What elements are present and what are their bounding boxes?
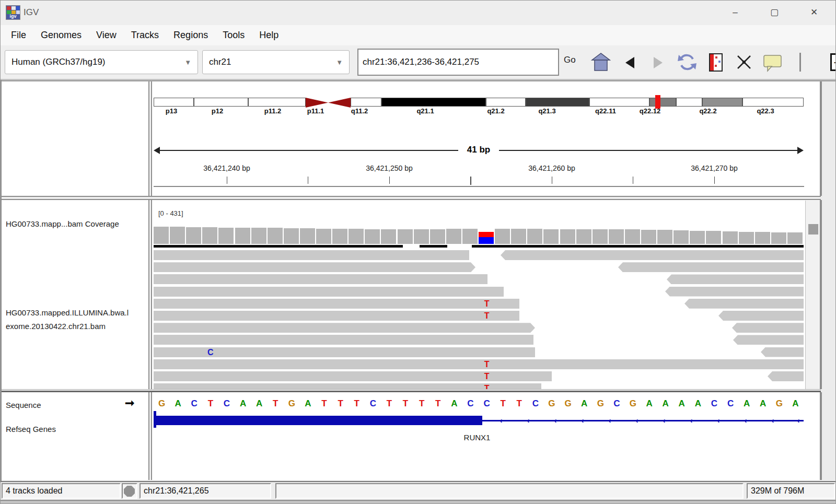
coverage-underline [420, 245, 447, 248]
sequence-base-A: A [256, 398, 262, 409]
sequence-base-T: T [208, 398, 213, 409]
back-icon[interactable] [625, 57, 634, 68]
coverage-bar [739, 232, 754, 244]
gene-exon-bar[interactable] [154, 416, 482, 425]
aligned-read[interactable] [154, 323, 535, 333]
panel-splitter[interactable] [2, 196, 821, 197]
activity-indicator-icon [124, 486, 135, 497]
aligned-read[interactable] [154, 262, 475, 272]
ruler-span-line [499, 150, 802, 151]
ruler-span-label: 41 bp [467, 145, 490, 155]
home-icon[interactable] [591, 53, 611, 74]
ideogram-band-label: q21.1 [416, 107, 434, 115]
menu-regions[interactable]: Regions [166, 25, 215, 45]
aligned-read[interactable] [154, 311, 519, 321]
coverage-track-name[interactable]: HG00733.mapp...bam Coverage [6, 219, 119, 228]
fit-window-icon[interactable] [736, 54, 752, 72]
ideogram-band-label: p11.1 [307, 107, 324, 115]
sequence-base-C: C [224, 398, 230, 409]
sequence-strand-arrow-icon[interactable]: ➞ [125, 401, 134, 406]
coverage-bar [495, 229, 510, 244]
go-button[interactable]: Go [564, 55, 576, 65]
coverage-bar [430, 229, 445, 244]
sequence-base-A: A [679, 398, 685, 409]
forward-icon[interactable] [654, 57, 663, 68]
sequence-base-C: C [727, 398, 734, 409]
locus-input[interactable]: chr21:36,421,236-36,421,275 [357, 49, 559, 76]
aligned-read[interactable] [154, 335, 533, 345]
snapshot-icon[interactable] [709, 53, 723, 72]
aligned-read[interactable] [732, 323, 804, 333]
gene-direction-arrow: ‹ [663, 416, 666, 425]
aligned-read[interactable] [684, 299, 804, 309]
ruler-span-line [155, 150, 458, 151]
aligned-read[interactable] [154, 359, 804, 369]
coverage-bar [593, 229, 608, 244]
sequence-base-A: A [695, 398, 701, 409]
close-button[interactable]: ✕ [802, 5, 826, 20]
chromosome-select[interactable]: chr21 ▼ [202, 50, 350, 74]
comment-icon[interactable] [763, 54, 782, 74]
name-column-divider[interactable] [148, 392, 152, 480]
alignment-track-name-line1[interactable]: HG00733.mapped.ILLUMINA.bwa.l [6, 308, 129, 317]
ruler-tick [389, 177, 390, 184]
aligned-read[interactable] [154, 287, 504, 297]
igv-icon-text: igv [6, 14, 20, 19]
tracks-loaded-status: 4 tracks loaded [2, 483, 121, 499]
aligned-read[interactable] [667, 274, 804, 284]
coverage-bar [527, 229, 542, 244]
name-column-divider[interactable] [148, 81, 152, 196]
menu-file[interactable]: File [4, 25, 33, 45]
ruler-arrowhead-right [797, 147, 804, 154]
coverage-bar [723, 231, 738, 244]
refresh-icon[interactable] [677, 52, 698, 75]
ideogram-band-q11.2 [351, 98, 381, 107]
coverage-bar [316, 229, 331, 244]
mismatch-base-T: T [484, 359, 490, 369]
minimize-button[interactable]: – [723, 5, 747, 20]
zoom-minus-icon[interactable]: – [830, 53, 836, 71]
aligned-read[interactable] [733, 335, 804, 345]
gene-direction-arrow: ‹ [772, 416, 774, 425]
aligned-read[interactable] [154, 299, 519, 309]
genome-select[interactable]: Human (GRCh37/hg19) ▼ [5, 50, 198, 74]
gene-direction-arrow: ‹ [690, 416, 693, 425]
sequence-base-G: G [548, 398, 555, 409]
coverage-bar [787, 232, 803, 244]
menu-view[interactable]: View [89, 25, 124, 45]
aligned-read[interactable] [154, 274, 487, 284]
aligned-read[interactable] [768, 371, 804, 381]
menu-tracks[interactable]: Tracks [124, 25, 166, 45]
alignment-track-name-line2[interactable]: exome.20130422.chr21.bam [6, 322, 106, 331]
gene-direction-arrow: ‹ [554, 416, 557, 425]
menu-help[interactable]: Help [252, 25, 286, 45]
aligned-read[interactable] [154, 250, 469, 260]
coverage-bar [609, 229, 624, 244]
menu-genomes[interactable]: Genomes [33, 25, 89, 45]
ideogram-position-marker [655, 95, 660, 109]
coverage-bar [332, 229, 347, 244]
aligned-read[interactable] [501, 250, 804, 260]
panel-border [820, 392, 822, 480]
aligned-read[interactable] [761, 347, 804, 357]
maximize-button[interactable]: ▢ [762, 5, 786, 20]
sequence-track-name[interactable]: Sequence [6, 401, 41, 409]
aligned-read[interactable] [618, 262, 804, 272]
coverage-bar [365, 229, 380, 244]
sequence-base-C: C [191, 398, 198, 409]
coverage-bar [349, 229, 364, 244]
aligned-read[interactable] [718, 311, 804, 321]
sequence-base-T: T [500, 398, 505, 409]
name-column-divider[interactable] [148, 200, 152, 389]
aligned-read[interactable] [154, 371, 552, 381]
refseq-track-name[interactable]: Refseq Genes [6, 425, 56, 433]
gene-direction-arrow: ‹ [717, 416, 720, 425]
gene-intron-line[interactable] [482, 420, 804, 421]
coverage-bar [625, 229, 640, 244]
aligned-read[interactable] [665, 287, 804, 297]
sequence-base-A: A [792, 398, 798, 409]
menu-tools[interactable]: Tools [215, 25, 252, 45]
sequence-base-T: T [517, 398, 522, 409]
ideogram-band-label: p13 [166, 107, 177, 115]
scrollbar-thumb[interactable] [808, 224, 818, 235]
